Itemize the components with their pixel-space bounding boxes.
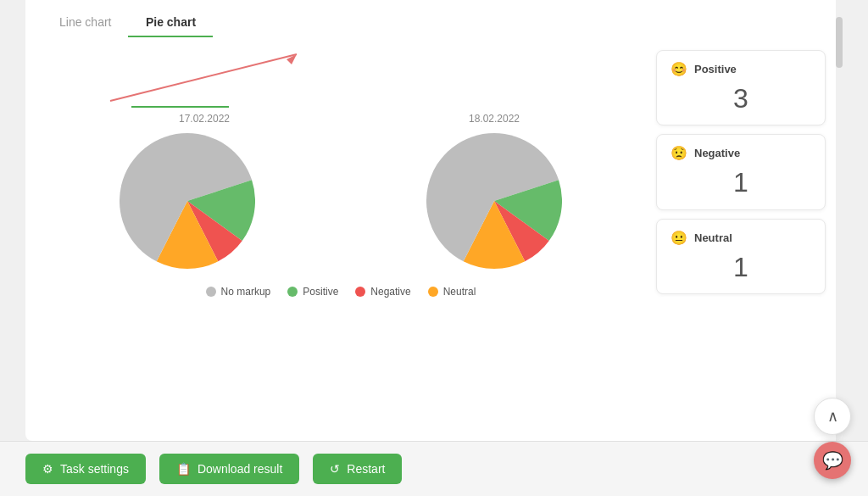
restart-button[interactable]: ↺ Restart bbox=[313, 454, 402, 484]
stat-header-positive: 😊 Positive bbox=[670, 61, 811, 77]
dates-row: 17.02.2022 18.02.2022 bbox=[42, 113, 639, 125]
neutral-icon: 😐 bbox=[670, 230, 687, 246]
tab-bar: Line chart Pie chart bbox=[42, 0, 826, 37]
scrollbar[interactable] bbox=[836, 0, 843, 441]
restart-icon: ↺ bbox=[330, 462, 340, 476]
svg-line-0 bbox=[110, 54, 297, 101]
legend-dot-negative bbox=[355, 287, 365, 297]
left-panel: 17.02.2022 18.02.2022 bbox=[42, 46, 639, 298]
tab-pie-chart[interactable]: Pie chart bbox=[128, 8, 213, 37]
stat-card-positive: 😊 Positive 3 bbox=[656, 50, 826, 125]
legend-dot-neutral bbox=[428, 287, 438, 297]
download-result-button[interactable]: 📋 Download result bbox=[159, 454, 299, 484]
chart-area: 17.02.2022 18.02.2022 bbox=[42, 46, 826, 298]
task-settings-icon: ⚙ bbox=[42, 462, 53, 476]
chart-legend: No markup Positive Negative Neutral bbox=[42, 286, 639, 298]
positive-icon: 😊 bbox=[670, 61, 687, 77]
stat-card-negative: 😟 Negative 1 bbox=[656, 134, 826, 209]
legend-positive: Positive bbox=[287, 286, 338, 298]
scrollbar-thumb[interactable] bbox=[836, 17, 843, 68]
legend-dot-positive bbox=[287, 287, 298, 297]
chevron-up-icon: ∧ bbox=[827, 407, 838, 426]
legend-negative: Negative bbox=[355, 286, 410, 298]
pie-chart-2 bbox=[426, 133, 562, 269]
stats-panel: 😊 Positive 3 😟 Negative 1 😐 Neutral 1 bbox=[656, 50, 826, 298]
pie-charts-row bbox=[42, 133, 639, 269]
negative-value: 1 bbox=[670, 166, 811, 198]
negative-icon: 😟 bbox=[670, 145, 687, 161]
stat-card-neutral: 😐 Neutral 1 bbox=[656, 219, 826, 294]
chat-icon: 💬 bbox=[822, 450, 843, 471]
stat-header-neutral: 😐 Neutral bbox=[670, 230, 811, 246]
footer: ⚙ Task settings 📋 Download result ↺ Rest… bbox=[0, 441, 868, 496]
pie-svg-1 bbox=[120, 133, 255, 269]
positive-value: 3 bbox=[670, 82, 811, 114]
legend-no-markup: No markup bbox=[206, 286, 271, 298]
tab-line-chart[interactable]: Line chart bbox=[42, 8, 128, 37]
pie-svg-2 bbox=[426, 133, 562, 269]
neutral-value: 1 bbox=[670, 251, 811, 283]
task-settings-button[interactable]: ⚙ Task settings bbox=[25, 454, 146, 484]
scroll-up-button[interactable]: ∧ bbox=[814, 398, 851, 435]
legend-neutral: Neutral bbox=[428, 286, 476, 298]
pie-chart-1 bbox=[120, 133, 255, 269]
stat-header-negative: 😟 Negative bbox=[670, 145, 811, 161]
download-icon: 📋 bbox=[176, 462, 191, 476]
main-content: Line chart Pie chart 17.02.2022 18.02.20… bbox=[25, 0, 843, 441]
legend-dot-no-markup bbox=[206, 287, 216, 297]
line-hint-svg bbox=[42, 46, 398, 109]
chat-button[interactable]: 💬 bbox=[814, 442, 851, 479]
